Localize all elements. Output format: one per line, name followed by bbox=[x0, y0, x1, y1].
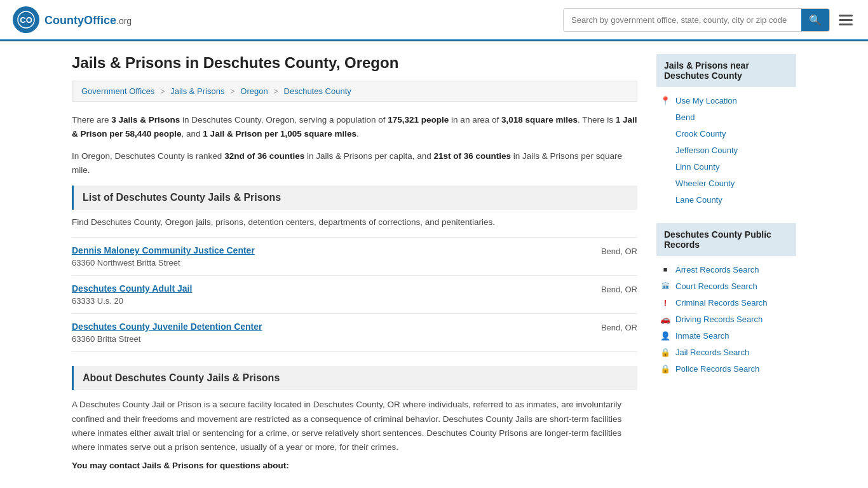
list-section-header: List of Deschutes County Jails & Prisons bbox=[72, 186, 637, 210]
facility-link-3[interactable]: Deschutes County Juvenile Detention Cent… bbox=[72, 322, 262, 332]
sidebar-link-lane-label: Lane County bbox=[675, 195, 722, 205]
header: CO CountyOffice.org 🔍 bbox=[0, 0, 868, 41]
sidebar-link-police[interactable]: 🔒 Police Records Search bbox=[656, 360, 796, 377]
logo-area: CO CountyOffice.org bbox=[13, 6, 132, 33]
inmate-icon: 👤 bbox=[660, 330, 670, 341]
facility-info-2: Deschutes County Adult Jail 63333 U.s. 2… bbox=[72, 283, 192, 306]
sidebar: Jails & Prisons near Deschutes County 📍 … bbox=[656, 54, 796, 470]
breadcrumb-deschutes[interactable]: Deschutes County bbox=[284, 86, 351, 96]
sidebar-link-wheeler-label: Wheeler County bbox=[675, 179, 735, 188]
main-content: Jails & Prisons in Deschutes County, Ore… bbox=[72, 54, 637, 470]
sidebar-link-inmate[interactable]: 👤 Inmate Search bbox=[656, 327, 796, 344]
sidebar-link-crook-label: Crook County bbox=[675, 129, 726, 139]
court-icon: 🏛 bbox=[660, 281, 670, 291]
sidebar-link-bend[interactable]: Bend bbox=[656, 109, 796, 125]
jefferson-icon bbox=[660, 145, 670, 155]
list-sub-desc: Find Deschutes County, Oregon jails, pri… bbox=[72, 217, 637, 227]
page-wrap: Jails & Prisons in Deschutes County, Ore… bbox=[53, 41, 815, 483]
sidebar-link-use-location[interactable]: 📍 Use My Location bbox=[656, 92, 796, 109]
lane-icon bbox=[660, 194, 670, 205]
facility-name-2: Deschutes County Adult Jail bbox=[72, 283, 192, 294]
search-button[interactable]: 🔍 bbox=[801, 9, 829, 31]
breadcrumb-sep-2: > bbox=[230, 86, 235, 96]
facility-item-2: Deschutes County Adult Jail 63333 U.s. 2… bbox=[72, 275, 637, 313]
description-para-2: In Oregon, Deschutes County is ranked 32… bbox=[72, 149, 637, 177]
sidebar-link-court[interactable]: 🏛 Court Records Search bbox=[656, 278, 796, 294]
facility-address-2: 63333 U.s. 20 bbox=[72, 296, 192, 306]
facility-item-1: Dennis Maloney Community Justice Center … bbox=[72, 237, 637, 275]
sidebar-nearby-title: Jails & Prisons near Deschutes County bbox=[656, 54, 796, 87]
sidebar-nearby: Jails & Prisons near Deschutes County 📍 … bbox=[656, 54, 796, 208]
sidebar-link-jefferson-label: Jefferson County bbox=[675, 146, 738, 155]
breadcrumb-jails[interactable]: Jails & Prisons bbox=[170, 86, 224, 96]
facility-row-1: Dennis Maloney Community Justice Center … bbox=[72, 245, 637, 268]
facility-row-3: Deschutes County Juvenile Detention Cent… bbox=[72, 322, 637, 344]
arrest-icon: ■ bbox=[660, 264, 670, 274]
sidebar-link-driving-label: Driving Records Search bbox=[675, 315, 763, 324]
facility-info-3: Deschutes County Juvenile Detention Cent… bbox=[72, 322, 262, 344]
sidebar-link-linn[interactable]: Linn County bbox=[656, 158, 796, 175]
facility-row-2: Deschutes County Adult Jail 63333 U.s. 2… bbox=[72, 283, 637, 306]
driving-icon: 🚗 bbox=[660, 314, 670, 324]
breadcrumb-sep-3: > bbox=[273, 86, 278, 96]
crook-icon bbox=[660, 128, 670, 139]
sidebar-link-jail-records[interactable]: 🔒 Jail Records Search bbox=[656, 344, 796, 360]
logo-icon: CO bbox=[13, 6, 39, 33]
about-text: A Deschutes County Jail or Prison is a s… bbox=[72, 398, 637, 454]
facilities-list: Dennis Maloney Community Justice Center … bbox=[72, 237, 637, 352]
sidebar-link-court-label: Court Records Search bbox=[675, 281, 757, 291]
sidebar-link-criminal-label: Criminal Records Search bbox=[675, 298, 768, 308]
sidebar-link-crook[interactable]: Crook County bbox=[656, 125, 796, 142]
sidebar-link-wheeler[interactable]: Wheeler County bbox=[656, 175, 796, 191]
menu-bar-3 bbox=[839, 24, 853, 25]
jail-records-icon: 🔒 bbox=[660, 347, 670, 357]
sidebar-link-arrest-label: Arrest Records Search bbox=[675, 265, 759, 274]
criminal-icon: ! bbox=[660, 297, 670, 308]
sidebar-link-linn-label: Linn County bbox=[675, 162, 719, 172]
breadcrumb: Government Offices > Jails & Prisons > O… bbox=[72, 81, 637, 102]
bend-icon bbox=[660, 112, 670, 122]
logo-text: CountyOffice.org bbox=[44, 13, 132, 27]
header-right: 🔍 bbox=[563, 8, 855, 32]
sidebar-link-arrest[interactable]: ■ Arrest Records Search bbox=[656, 261, 796, 278]
search-bar-container: 🔍 bbox=[563, 8, 830, 32]
about-contact-bold: You may contact Jails & Prisons for ques… bbox=[72, 461, 637, 470]
sidebar-link-police-label: Police Records Search bbox=[675, 364, 759, 374]
breadcrumb-oregon[interactable]: Oregon bbox=[240, 86, 268, 96]
facility-address-1: 63360 Northwest Britta Street bbox=[72, 258, 255, 268]
menu-bar-2 bbox=[839, 19, 853, 21]
facility-location-3: Bend, OR bbox=[601, 322, 637, 332]
facility-info-1: Dennis Maloney Community Justice Center … bbox=[72, 245, 255, 268]
menu-button[interactable] bbox=[836, 12, 855, 28]
linn-icon bbox=[660, 161, 670, 172]
sidebar-link-jail-records-label: Jail Records Search bbox=[675, 348, 749, 357]
sidebar-link-bend-label: Bend bbox=[675, 112, 695, 122]
facility-location-2: Bend, OR bbox=[601, 283, 637, 294]
facility-name-3: Deschutes County Juvenile Detention Cent… bbox=[72, 322, 262, 332]
sidebar-link-lane[interactable]: Lane County bbox=[656, 191, 796, 208]
facility-link-1[interactable]: Dennis Maloney Community Justice Center bbox=[72, 245, 255, 255]
facility-address-3: 63360 Britta Street bbox=[72, 334, 262, 344]
breadcrumb-gov-offices[interactable]: Government Offices bbox=[81, 86, 154, 96]
description-para-1: There are 3 Jails & Prisons in Deschutes… bbox=[72, 113, 637, 140]
about-section-header: About Deschutes County Jails & Prisons bbox=[72, 366, 637, 390]
menu-bar-1 bbox=[839, 15, 853, 17]
search-input[interactable] bbox=[564, 10, 801, 30]
breadcrumb-sep-1: > bbox=[160, 86, 165, 96]
wheeler-icon bbox=[660, 178, 670, 188]
location-icon: 📍 bbox=[660, 95, 670, 105]
sidebar-records: Deschutes County Public Records ■ Arrest… bbox=[656, 223, 796, 377]
sidebar-link-driving[interactable]: 🚗 Driving Records Search bbox=[656, 311, 796, 327]
facility-item-3: Deschutes County Juvenile Detention Cent… bbox=[72, 313, 637, 352]
sidebar-link-use-location-label: Use My Location bbox=[675, 96, 737, 105]
sidebar-records-title: Deschutes County Public Records bbox=[656, 223, 796, 256]
sidebar-link-criminal[interactable]: ! Criminal Records Search bbox=[656, 294, 796, 311]
police-icon: 🔒 bbox=[660, 363, 670, 374]
facility-name-1: Dennis Maloney Community Justice Center bbox=[72, 245, 255, 255]
sidebar-link-inmate-label: Inmate Search bbox=[675, 331, 729, 341]
sidebar-link-jefferson[interactable]: Jefferson County bbox=[656, 142, 796, 158]
page-title: Jails & Prisons in Deschutes County, Ore… bbox=[72, 54, 637, 72]
facility-link-2[interactable]: Deschutes County Adult Jail bbox=[72, 283, 192, 294]
facility-location-1: Bend, OR bbox=[601, 245, 637, 256]
svg-text:CO: CO bbox=[20, 15, 32, 25]
